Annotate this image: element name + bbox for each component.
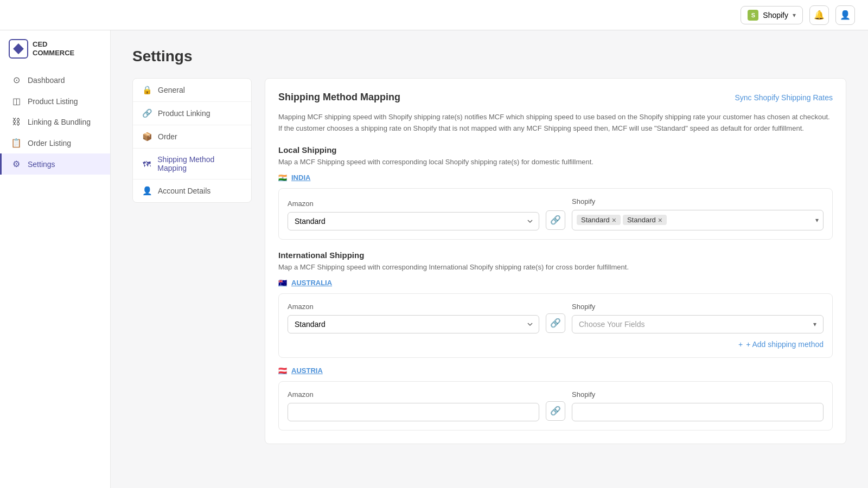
sidebar-item-label: Linking & Bundling xyxy=(28,118,91,126)
sidebar-item-label: Product Listing xyxy=(28,97,78,106)
shopify-label-au: Shopify xyxy=(572,303,824,311)
settings-icon: ⚙ xyxy=(10,159,22,169)
logo-diamond xyxy=(13,43,24,54)
product-listing-icon: ◫ xyxy=(10,96,22,106)
linking-icon: ⛓ xyxy=(10,117,22,127)
australia-mapping-row: Amazon Standard 🔗 Shopify Choose Your Fi… xyxy=(288,303,824,333)
amazon-label-au: Amazon xyxy=(288,303,539,311)
settings-nav-item-order[interactable]: 📦 Order xyxy=(133,125,251,149)
local-shipping-title: Local Shipping xyxy=(278,145,833,155)
section-header: Shipping Method Mapping Sync Shopify Shi… xyxy=(278,92,833,103)
australia-country-label[interactable]: 🇦🇺 AUSTRALIA xyxy=(278,279,833,287)
plus-icon: + xyxy=(738,340,743,349)
tag-remove-2[interactable]: × xyxy=(658,216,662,224)
india-mapping-card: Amazon Standard 🔗 Shopify xyxy=(278,188,833,240)
dashboard-icon: ⊙ xyxy=(10,75,22,85)
order-listing-icon: 📋 xyxy=(10,138,22,148)
india-tag-1: Standard × xyxy=(577,215,621,225)
local-shipping-desc: Map a MCF Shipping speed with correspond… xyxy=(278,158,833,166)
australia-shopify-col: Shopify Choose Your Fields ▾ xyxy=(572,303,824,333)
austria-name: AUSTRIA xyxy=(291,367,323,375)
australia-choose-fields[interactable]: Choose Your Fields ▾ xyxy=(572,315,824,333)
shopify-label: Shopify xyxy=(763,11,788,20)
settings-layout: 🔒 General 🔗 Product Linking 📦 Order 🗺 Sh… xyxy=(132,78,846,444)
top-bar: S Shopify ▾ 🔔 👤 xyxy=(0,0,868,30)
choose-fields-chevron: ▾ xyxy=(813,320,816,328)
logo: CED COMMERCE xyxy=(0,30,110,69)
australia-flag: 🇦🇺 xyxy=(278,279,287,287)
international-shipping-title: International Shipping xyxy=(278,251,833,260)
sidebar-item-dashboard[interactable]: ⊙ Dashboard xyxy=(0,69,110,91)
amazon-label: Amazon xyxy=(288,200,539,208)
austria-amazon-input[interactable] xyxy=(288,403,539,421)
austria-shopify-input[interactable] xyxy=(572,403,824,421)
nav-item-label: Account Details xyxy=(158,187,210,195)
india-tags-container[interactable]: Standard × Standard × ▾ xyxy=(572,210,824,230)
sidebar-item-order-listing[interactable]: 📋 Order Listing xyxy=(0,132,110,153)
user-icon: 👤 xyxy=(840,10,851,20)
section-description: Mapping MCF shipping speed with Shopify … xyxy=(278,112,833,134)
india-shopify-col: Shopify Standard × Standard × xyxy=(572,197,824,230)
link-icon-button-au[interactable]: 🔗 xyxy=(546,313,565,333)
shopify-label: Shopify xyxy=(572,197,824,206)
chain-icon-at: 🔗 xyxy=(550,406,561,416)
layout: CED COMMERCE ⊙ Dashboard ◫ Product Listi… xyxy=(0,30,868,488)
austria-shopify-col: Shopify xyxy=(572,390,824,421)
logo-icon xyxy=(9,39,28,59)
india-name: INDIA xyxy=(291,174,310,182)
sidebar-item-label: Settings xyxy=(28,160,55,169)
austria-mapping-card: Amazon 🔗 Shopify xyxy=(278,381,833,431)
sync-link[interactable]: Sync Shopify Shipping Rates xyxy=(735,93,833,102)
person-icon: 👤 xyxy=(142,186,152,196)
sidebar-item-settings[interactable]: ⚙ Settings xyxy=(0,153,110,175)
content-area: Shipping Method Mapping Sync Shopify Shi… xyxy=(265,78,846,444)
nav-item-label: Order xyxy=(158,132,177,141)
page-title: Settings xyxy=(132,48,846,65)
india-country-label[interactable]: 🇮🇳 INDIA xyxy=(278,174,833,182)
settings-nav-item-product-linking[interactable]: 🔗 Product Linking xyxy=(133,102,251,125)
india-tag-2: Standard × xyxy=(623,215,667,225)
sidebar-item-label: Order Listing xyxy=(28,139,71,147)
australia-amazon-col: Amazon Standard xyxy=(288,303,539,333)
package-icon: 📦 xyxy=(142,132,152,142)
austria-flag: 🇦🇹 xyxy=(278,367,287,375)
user-button[interactable]: 👤 xyxy=(835,5,855,25)
lock-icon: 🔒 xyxy=(142,85,152,95)
settings-nav-item-general[interactable]: 🔒 General xyxy=(133,79,251,102)
settings-nav-item-account[interactable]: 👤 Account Details xyxy=(133,179,251,202)
sidebar-item-label: Dashboard xyxy=(28,76,65,85)
australia-amazon-select[interactable]: Standard xyxy=(288,315,539,333)
australia-mapping-card: Amazon Standard 🔗 Shopify Choose Your Fi… xyxy=(278,293,833,358)
amazon-label-at: Amazon xyxy=(288,390,539,399)
austria-amazon-col: Amazon xyxy=(288,390,539,421)
shopify-button[interactable]: S Shopify ▾ xyxy=(741,6,803,24)
link-icon-button-at[interactable]: 🔗 xyxy=(546,401,565,421)
main-content: Settings 🔒 General 🔗 Product Linking 📦 O… xyxy=(111,30,868,488)
shopify-chevron: ▾ xyxy=(793,11,796,19)
india-amazon-select[interactable]: Standard xyxy=(288,212,539,230)
notification-button[interactable]: 🔔 xyxy=(809,5,829,25)
india-mapping-row: Amazon Standard 🔗 Shopify xyxy=(288,197,824,230)
sidebar: CED COMMERCE ⊙ Dashboard ◫ Product Listi… xyxy=(0,30,111,488)
tag-remove-1[interactable]: × xyxy=(612,216,616,224)
international-shipping-desc: Map a MCF Shipping speed with correspond… xyxy=(278,263,833,271)
add-shipping-label: + Add shipping method xyxy=(746,340,824,349)
austria-country-label[interactable]: 🇦🇹 AUSTRIA xyxy=(278,367,833,375)
section-title: Shipping Method Mapping xyxy=(278,92,400,103)
tags-dropdown-btn[interactable]: ▾ xyxy=(815,216,819,224)
add-shipping-btn[interactable]: + + Add shipping method xyxy=(288,340,824,349)
choose-fields-label: Choose Your Fields xyxy=(579,320,644,329)
nav-item-label: Shipping Method Mapping xyxy=(157,155,242,172)
chain-icon: 🔗 xyxy=(550,215,561,225)
nav-item-label: Product Linking xyxy=(158,109,210,118)
nav-item-label: General xyxy=(158,86,185,94)
india-amazon-col: Amazon Standard xyxy=(288,200,539,230)
shopify-label-at: Shopify xyxy=(572,390,824,399)
chain-icon-au: 🔗 xyxy=(550,318,561,328)
sidebar-item-linking-bundling[interactable]: ⛓ Linking & Bundling xyxy=(0,112,110,132)
map-icon: 🗺 xyxy=(142,159,152,169)
sidebar-item-product-listing[interactable]: ◫ Product Listing xyxy=(0,91,110,112)
link-icon-button[interactable]: 🔗 xyxy=(546,210,565,230)
settings-nav-item-shipping[interactable]: 🗺 Shipping Method Mapping xyxy=(133,149,251,179)
india-flag: 🇮🇳 xyxy=(278,174,287,182)
